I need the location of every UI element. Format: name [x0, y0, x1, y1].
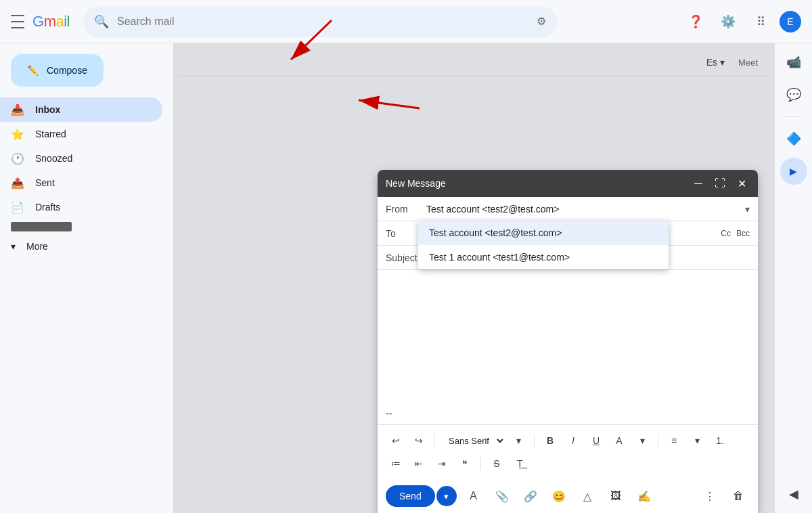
compose-label: Compose	[47, 65, 87, 76]
close-button[interactable]: ✕	[734, 175, 750, 192]
insert-link-button[interactable]: 🔗	[519, 485, 542, 508]
more-expand-icon: ▾	[11, 241, 16, 252]
hamburger-menu-icon[interactable]	[11, 15, 24, 28]
compose-signature: --	[378, 405, 758, 424]
sidebar-item-label-snoozed: Snoozed	[35, 153, 72, 164]
search-icon: 🔍	[94, 14, 109, 29]
sidebar-item-label-drafts: Drafts	[35, 202, 60, 213]
bullet-list-button[interactable]: ≔	[386, 453, 406, 474]
more-label: More	[26, 241, 48, 252]
indent-less-button[interactable]: ⇤	[409, 453, 429, 474]
sidebar-item-label-starred: Starred	[35, 129, 66, 139]
text-color-more-button[interactable]: ▾	[632, 430, 652, 451]
quote-button[interactable]: ❝	[455, 453, 475, 474]
to-field-right: Cc Bcc	[721, 229, 750, 238]
from-field: From Test account <test2@test.com> Test …	[378, 197, 758, 221]
sidebar-item-label-inbox: Inbox	[35, 104, 60, 115]
compose-header-actions: ─ ⛶ ✕	[690, 175, 750, 192]
top-bar: Gmail 🔍 ⚙ ❓ ⚙️ ⠿ E	[0, 0, 812, 43]
toolbar-separator-2	[534, 434, 535, 447]
toolbar-separator-1	[434, 434, 435, 447]
strikethrough-button[interactable]: S	[487, 453, 507, 474]
send-button[interactable]: Send	[386, 485, 435, 507]
apps-button[interactable]: ⠿	[747, 8, 774, 35]
starred-icon: ⭐	[11, 128, 24, 141]
format-options-button[interactable]: A	[462, 485, 485, 508]
compose-dialog: New Message ─ ⛶ ✕ From Test account <tes…	[378, 170, 758, 513]
attach-button[interactable]: 📎	[491, 485, 514, 508]
minimize-button[interactable]: ─	[690, 175, 706, 192]
font-family-selector[interactable]: Sans Serif	[441, 432, 505, 449]
compose-pencil-icon: ✏️	[27, 65, 39, 76]
from-dropdown-popup: Test account <test2@test.com> Test 1 acc…	[418, 221, 669, 269]
popout-button[interactable]: ⛶	[712, 175, 728, 192]
inbox-icon: 📥	[11, 104, 24, 116]
right-panel-expand[interactable]: ◀	[780, 481, 807, 508]
send-label: Send	[399, 491, 422, 501]
label-color-box	[11, 222, 72, 231]
right-panel-spaces[interactable]: 🔷	[780, 125, 807, 152]
right-panel-meet[interactable]: 📹	[780, 49, 807, 76]
sidebar-item-label-sent: Sent	[35, 177, 55, 188]
from-label: From	[386, 204, 426, 215]
align-button[interactable]: ≡	[664, 430, 684, 451]
sidebar-item-starred[interactable]: ⭐ Starred	[0, 122, 162, 146]
font-size-button[interactable]: ▾	[508, 430, 528, 451]
compose-dialog-header[interactable]: New Message ─ ⛶ ✕	[378, 170, 758, 197]
bcc-button[interactable]: Bcc	[736, 229, 750, 238]
sidebar-item-more[interactable]: ▾ More	[0, 234, 173, 259]
from-select[interactable]: Test account <test2@test.com> Test 1 acc…	[426, 204, 750, 215]
insert-emoji-button[interactable]: 😊	[547, 485, 570, 508]
compose-dialog-title: New Message	[386, 178, 446, 189]
cc-button[interactable]: Cc	[721, 229, 731, 238]
compose-footer: Send ▾ A 📎 🔗 😊 △ 🖼 ✍ ⋮ 🗑	[378, 479, 758, 513]
remove-format-button[interactable]: T͟	[510, 453, 530, 474]
settings-button[interactable]: ⚙️	[715, 8, 742, 35]
sidebar-item-drafts[interactable]: 📄 Drafts	[0, 195, 162, 219]
sent-icon: 📤	[11, 177, 24, 189]
toolbar-separator-4	[480, 457, 481, 470]
insert-photo-button[interactable]: 🖼	[604, 485, 627, 508]
discard-button[interactable]: 🗑	[727, 485, 750, 508]
right-panel: 📹 💬 🔷 ▶ ◀	[774, 43, 812, 513]
from-select-wrapper: Test account <test2@test.com> Test 1 acc…	[426, 203, 750, 215]
underline-button[interactable]: U	[586, 430, 606, 451]
snoozed-icon: 🕐	[11, 152, 24, 165]
italic-button[interactable]: I	[563, 430, 583, 451]
compose-formatting-toolbar: ↩ ↪ Sans Serif ▾ B I U A ▾ ≡ ▾ 1. ≔ ⇤ ⇥ …	[378, 424, 758, 479]
redo-button[interactable]: ↪	[409, 430, 429, 451]
top-bar-right: ❓ ⚙️ ⠿ E	[682, 8, 801, 35]
dropdown-option-2[interactable]: Test 1 account <test1@test.com>	[418, 245, 669, 269]
sidebar-item-inbox[interactable]: 📥 Inbox	[0, 97, 162, 122]
dropdown-option-1[interactable]: Test account <test2@test.com>	[418, 221, 669, 245]
search-options-icon[interactable]: ⚙	[537, 15, 546, 28]
avatar[interactable]: E	[780, 11, 801, 32]
insert-signature-button[interactable]: ✍	[633, 485, 656, 508]
sidebar-item-snoozed[interactable]: 🕐 Snoozed	[0, 146, 162, 171]
sidebar-item-sent[interactable]: 📤 Sent	[0, 171, 162, 195]
right-panel-divider	[786, 116, 802, 117]
gmail-logo: Gmail	[32, 13, 70, 30]
help-button[interactable]: ❓	[682, 8, 709, 35]
compose-button[interactable]: ✏️ Compose	[11, 54, 104, 87]
toolbar-separator-3	[658, 434, 658, 447]
undo-button[interactable]: ↩	[386, 430, 406, 451]
search-input[interactable]	[117, 16, 528, 28]
sidebar: ✏️ Compose 📥 Inbox ⭐ Starred 🕐 Snoozed 📤…	[0, 43, 173, 513]
right-panel-chat[interactable]: 💬	[780, 81, 807, 108]
right-panel-active[interactable]: ▶	[780, 158, 807, 185]
indent-more-button[interactable]: ⇥	[432, 453, 452, 474]
align-more-button[interactable]: ▾	[687, 430, 707, 451]
compose-body[interactable]	[378, 270, 758, 405]
search-bar[interactable]: 🔍 ⚙	[83, 6, 557, 37]
text-color-button[interactable]: A	[609, 430, 629, 451]
bold-button[interactable]: B	[540, 430, 560, 451]
send-dropdown-button[interactable]: ▾	[436, 486, 457, 506]
more-options-button[interactable]: ⋮	[698, 485, 721, 508]
insert-drive-button[interactable]: △	[576, 485, 599, 508]
drafts-icon: 📄	[11, 201, 24, 214]
numbered-list-button[interactable]: 1.	[710, 430, 730, 451]
